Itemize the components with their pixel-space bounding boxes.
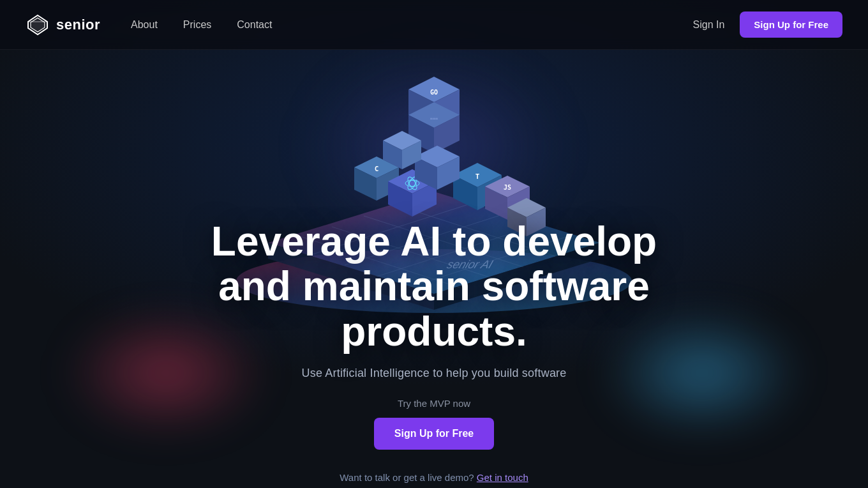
nav-links: About Prices Contact: [131, 19, 272, 31]
hero-cta-label: Try the MVP now: [191, 398, 677, 409]
nav-item-contact[interactable]: Contact: [237, 19, 272, 31]
navbar: senior About Prices Contact Sign In Sign…: [0, 0, 868, 50]
hero-section: GO === C: [0, 0, 868, 488]
logo-link[interactable]: senior: [26, 13, 100, 37]
hero-signup-button[interactable]: Sign Up for Free: [374, 418, 494, 450]
hero-bottom-text: Want to talk or get a live demo? Get in …: [340, 472, 528, 483]
sign-in-link[interactable]: Sign In: [693, 19, 725, 31]
hero-bottom-link[interactable]: Get in touch: [477, 472, 528, 483]
nav-right: Sign In Sign Up for Free: [693, 11, 843, 38]
nav-item-about[interactable]: About: [131, 19, 158, 31]
hero-title: Leverage AI to develop and maintain soft…: [191, 219, 677, 354]
hero-bottom-static: Want to talk or get a live demo?: [340, 472, 474, 483]
nav-item-prices[interactable]: Prices: [183, 19, 211, 31]
nav-signup-button[interactable]: Sign Up for Free: [740, 11, 842, 38]
nav-link-prices[interactable]: Prices: [183, 19, 211, 30]
logo-icon: [26, 13, 50, 37]
nav-link-about[interactable]: About: [131, 19, 158, 30]
nav-left: senior About Prices Contact: [26, 13, 272, 37]
svg-marker-1: [31, 18, 45, 32]
logo-text: senior: [56, 17, 100, 33]
hero-subtitle: Use Artificial Intelligence to help you …: [191, 367, 677, 380]
glow-purple: [306, 51, 562, 243]
nav-link-contact[interactable]: Contact: [237, 19, 272, 30]
hero-content: Leverage AI to develop and maintain soft…: [179, 219, 689, 450]
